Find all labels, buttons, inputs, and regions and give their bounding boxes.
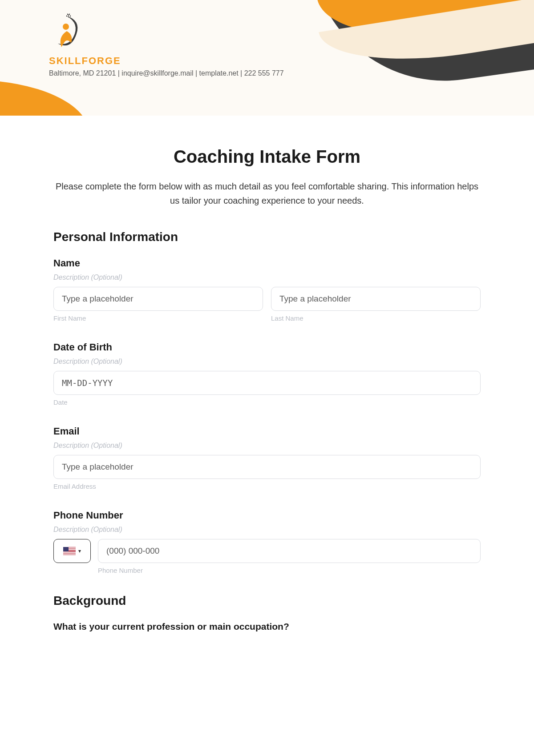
form-intro-text: Please complete the form below with as m… <box>53 179 481 208</box>
phone-sublabel: Phone Number <box>98 567 481 574</box>
svg-point-0 <box>63 24 69 30</box>
section-personal-title: Personal Information <box>53 230 481 244</box>
field-dob: Date of Birth Description (Optional) Dat… <box>53 342 481 406</box>
svg-point-3 <box>66 16 67 16</box>
phone-label: Phone Number <box>53 510 481 521</box>
decor-wave-bottom-left <box>0 80 89 116</box>
first-name-input[interactable] <box>53 287 263 311</box>
brand-logo-icon <box>49 12 85 52</box>
svg-point-6 <box>69 14 70 15</box>
background-q1: What is your current profession or main … <box>53 621 481 632</box>
svg-point-2 <box>70 16 71 16</box>
email-desc: Description (Optional) <box>53 442 481 450</box>
phone-input[interactable] <box>98 539 481 563</box>
email-input[interactable] <box>53 455 481 479</box>
name-desc: Description (Optional) <box>53 273 481 281</box>
phone-desc: Description (Optional) <box>53 526 481 534</box>
last-name-input[interactable] <box>271 287 481 311</box>
chevron-down-icon: ▾ <box>78 548 81 554</box>
svg-point-1 <box>68 15 69 16</box>
email-label: Email <box>53 426 481 437</box>
dob-label: Date of Birth <box>53 342 481 353</box>
svg-point-4 <box>68 16 69 17</box>
header-banner: SKILLFORGE Baltimore, MD 21201 | inquire… <box>0 0 534 116</box>
brand-block: SKILLFORGE Baltimore, MD 21201 | inquire… <box>49 12 284 77</box>
svg-point-5 <box>67 14 68 15</box>
field-email: Email Description (Optional) Email Addre… <box>53 426 481 490</box>
form-content: Coaching Intake Form Please complete the… <box>0 116 534 650</box>
us-flag-icon <box>63 547 76 555</box>
section-background-title: Background <box>53 594 481 608</box>
page-title: Coaching Intake Form <box>53 147 481 167</box>
country-code-select[interactable]: ▾ <box>53 539 91 563</box>
dob-sublabel: Date <box>53 398 481 406</box>
first-name-sublabel: First Name <box>53 314 263 322</box>
last-name-sublabel: Last Name <box>271 314 481 322</box>
email-sublabel: Email Address <box>53 483 481 490</box>
brand-name: SKILLFORGE <box>49 55 284 67</box>
field-name: Name Description (Optional) First Name L… <box>53 257 481 322</box>
brand-contact-line: Baltimore, MD 21201 | inquire@skillforge… <box>49 69 284 77</box>
name-label: Name <box>53 257 481 269</box>
dob-input[interactable] <box>53 371 481 395</box>
dob-desc: Description (Optional) <box>53 358 481 366</box>
field-phone: Phone Number Description (Optional) ▾ Ph… <box>53 510 481 574</box>
